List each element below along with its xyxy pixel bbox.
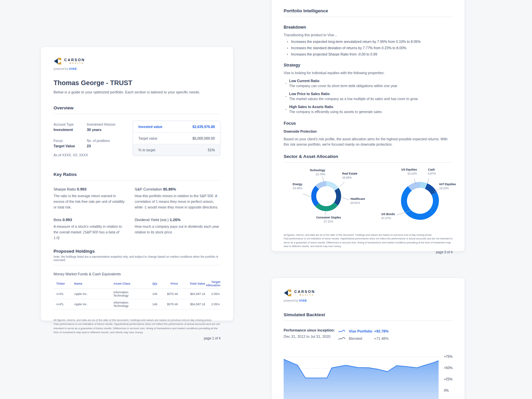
page-title: Thomas George - TRUST: [54, 79, 220, 87]
table-row: AAPL Apple Inc. Information Technology 1…: [54, 289, 220, 299]
disclaimer-text: All figures, returns, and data are as of…: [284, 233, 453, 249]
line-series-icon: [338, 336, 345, 340]
breakdown-heading: Breakdown: [284, 25, 453, 30]
field-focus: Focus Target Value: [54, 139, 87, 148]
donut-label-energy: Energy 24.40%: [284, 183, 302, 190]
target-value-row: Target value $5,000,000.00: [133, 133, 220, 144]
portfolio-intelligence-heading: Portfolio Intelligence: [284, 8, 453, 17]
donut-label-real-estate: Real Estate 15.68%: [342, 172, 369, 180]
sp-correlation-item: S&P Correlation 85.89% How this portfoli…: [135, 187, 222, 210]
line-series-icon: [338, 329, 345, 333]
table-row: AAPL Apple Inc. Information Technology 1…: [54, 299, 220, 310]
carson-logo-icon: [284, 289, 292, 297]
donut-label-cash: Cash 5.97%: [428, 168, 445, 176]
breakdown-bullets: Increases the expected long-term annulal…: [284, 40, 453, 56]
legend-vise-portfolio: Vise Portfolio +92.78%: [338, 328, 389, 335]
field-investment-horizon: Investment Horizon 30 years: [87, 123, 130, 132]
brand-name: CARSON: [64, 58, 85, 62]
performance-area-chart: [284, 349, 439, 399]
report-page-3: Portfolio Intelligence Breakdown Transit…: [271, 0, 465, 251]
invested-value-row: Invested value $2,639,976.88: [133, 121, 220, 133]
beta-item: Beta 0.993 A measure of a stock's volati…: [54, 218, 126, 240]
bullet-item: Increases the expected long-term annulal…: [284, 40, 453, 44]
holdings-table: Ticker Name Asset Class Qty Price Total …: [54, 279, 220, 310]
page-subtitle: Below is a guide to your optimized portf…: [54, 90, 220, 94]
proposed-holdings-heading: Proposed Holdings: [54, 249, 220, 255]
simulated-backtest-heading: Simulated Backtest: [284, 312, 453, 321]
donut-label-intl-equities: Int'l Equities 10.23%: [439, 183, 463, 190]
legend-blended: Blended +71.48%: [338, 335, 389, 342]
disclaimer-text: All figures, returns, and data are as of…: [54, 318, 220, 335]
backtest-chart: +75% +50% +25% 0% -25%: [284, 349, 453, 399]
carson-logo-icon: [54, 58, 62, 65]
holdings-group-title: Money Market Funds & Cash Equivalents: [54, 272, 220, 276]
report-page-1: CARSON WEALTH powered by VISE Thomas Geo…: [41, 47, 233, 321]
donut-label-healthcare: Healthcare 20.01%: [350, 197, 377, 205]
dividend-yield-item: Dividend Yield (est.) 1.26% How much a c…: [135, 218, 222, 240]
field-positions: No. of positions 23: [87, 139, 130, 148]
carson-logo: CARSON WEALTH powered by VISE: [54, 58, 220, 70]
vise-wordmark: VISE: [69, 67, 77, 70]
breakdown-intro: Transitioning this product to Vise...: [284, 33, 453, 37]
strategy-item: Low Price to Sales Ratio The market valu…: [284, 92, 453, 101]
holdings-note: Note: the holdings listed are a represen…: [54, 255, 220, 265]
donut-label-us-bonds: US Bonds 67.27%: [381, 212, 408, 220]
powered-by: powered by VISE: [54, 67, 220, 70]
chart-legend: Vise Portfolio +92.78% Blended +71.48%: [338, 328, 389, 342]
page-number: page 1 of 4: [54, 336, 220, 340]
overview-heading: Overview: [54, 105, 220, 114]
percent-to-target-row: % to target 51%: [133, 144, 220, 156]
carson-logo: CARSON WEALTH powered by VISE: [284, 289, 453, 302]
allocation-heading: Sector & Asset Allocation: [284, 154, 453, 163]
field-account-type: Account Type Investment: [54, 123, 87, 132]
strategy-item: Low Current Ratio The company can cover …: [284, 79, 453, 88]
performance-summary: Performance since inception: Dec 31, 201…: [284, 328, 453, 344]
report-page-4: CARSON WEALTH powered by VISE Simulated …: [271, 278, 465, 399]
brand-subtitle: WEALTH: [294, 294, 315, 296]
sharpe-ratio-item: Sharpe Ratio 0.993 The ratio is the aver…: [54, 187, 126, 210]
focus-body: Based on your client's risk profile, the…: [284, 137, 453, 147]
powered-by: powered by VISE: [284, 299, 453, 302]
strategy-intro: Vise is looking for individual equities …: [284, 71, 453, 75]
brand-subtitle: WEALTH: [64, 63, 85, 65]
brand-name: CARSON: [294, 290, 315, 294]
focus-subheading: Downside Protection: [284, 130, 453, 133]
donut-label-consumer-staples: Consumer Staples 27.21%: [309, 216, 348, 223]
bullet-item: Increases the projected Sharpe Ratio fro…: [284, 52, 453, 56]
allocation-charts: Technology 12.70% Real Estate 15.68% Hea…: [284, 165, 453, 228]
donut-label-technology: Technology 12.70%: [297, 169, 325, 176]
page-number: page 3 of 4: [284, 250, 453, 254]
key-ratios-heading: Key Ratios: [54, 172, 220, 181]
donut-label-us-equities: US Equities 10.23%: [389, 168, 417, 176]
value-summary-box: Invested value $2,639,976.88 Target valu…: [133, 121, 220, 156]
strategy-items: Low Current Ratio The company can cover …: [284, 79, 453, 114]
strategy-heading: Strategy: [284, 63, 453, 67]
strategy-item: High Sales to Assets Ratio The company i…: [284, 105, 453, 114]
bullet-item: Increases the standard deviation of retu…: [284, 46, 453, 50]
table-header-row: Ticker Name Asset Class Qty Price Total …: [54, 279, 220, 289]
vise-wordmark: VISE: [299, 299, 307, 302]
focus-heading: Focus: [284, 121, 453, 126]
